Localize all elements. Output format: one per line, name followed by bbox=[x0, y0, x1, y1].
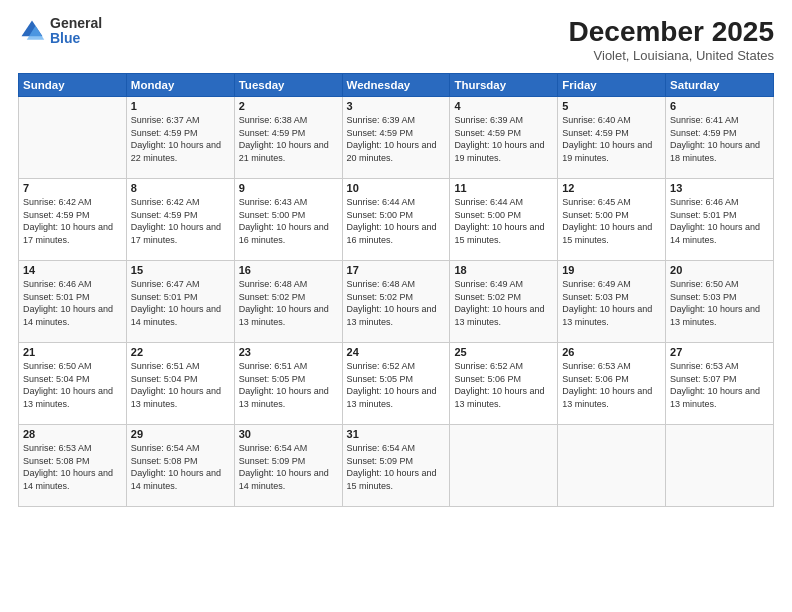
calendar-cell bbox=[666, 425, 774, 507]
calendar-cell: 10Sunrise: 6:44 AMSunset: 5:00 PMDayligh… bbox=[342, 179, 450, 261]
calendar-cell: 30Sunrise: 6:54 AMSunset: 5:09 PMDayligh… bbox=[234, 425, 342, 507]
day-info: Sunrise: 6:39 AMSunset: 4:59 PMDaylight:… bbox=[347, 114, 446, 164]
day-number: 27 bbox=[670, 346, 769, 358]
calendar-cell: 28Sunrise: 6:53 AMSunset: 5:08 PMDayligh… bbox=[19, 425, 127, 507]
day-info: Sunrise: 6:53 AMSunset: 5:08 PMDaylight:… bbox=[23, 442, 122, 492]
day-info: Sunrise: 6:54 AMSunset: 5:09 PMDaylight:… bbox=[347, 442, 446, 492]
day-info: Sunrise: 6:51 AMSunset: 5:04 PMDaylight:… bbox=[131, 360, 230, 410]
calendar-cell: 27Sunrise: 6:53 AMSunset: 5:07 PMDayligh… bbox=[666, 343, 774, 425]
calendar-cell: 5Sunrise: 6:40 AMSunset: 4:59 PMDaylight… bbox=[558, 97, 666, 179]
day-info: Sunrise: 6:42 AMSunset: 4:59 PMDaylight:… bbox=[23, 196, 122, 246]
calendar-week-3: 14Sunrise: 6:46 AMSunset: 5:01 PMDayligh… bbox=[19, 261, 774, 343]
day-number: 24 bbox=[347, 346, 446, 358]
col-thursday: Thursday bbox=[450, 74, 558, 97]
day-info: Sunrise: 6:47 AMSunset: 5:01 PMDaylight:… bbox=[131, 278, 230, 328]
calendar-week-5: 28Sunrise: 6:53 AMSunset: 5:08 PMDayligh… bbox=[19, 425, 774, 507]
col-sunday: Sunday bbox=[19, 74, 127, 97]
col-friday: Friday bbox=[558, 74, 666, 97]
day-number: 28 bbox=[23, 428, 122, 440]
day-number: 14 bbox=[23, 264, 122, 276]
calendar-cell: 11Sunrise: 6:44 AMSunset: 5:00 PMDayligh… bbox=[450, 179, 558, 261]
day-number: 7 bbox=[23, 182, 122, 194]
calendar-title: December 2025 bbox=[569, 16, 774, 48]
day-info: Sunrise: 6:49 AMSunset: 5:02 PMDaylight:… bbox=[454, 278, 553, 328]
day-number: 16 bbox=[239, 264, 338, 276]
day-info: Sunrise: 6:37 AMSunset: 4:59 PMDaylight:… bbox=[131, 114, 230, 164]
logo-text: General Blue bbox=[50, 16, 102, 47]
calendar-cell: 9Sunrise: 6:43 AMSunset: 5:00 PMDaylight… bbox=[234, 179, 342, 261]
calendar-cell: 1Sunrise: 6:37 AMSunset: 4:59 PMDaylight… bbox=[126, 97, 234, 179]
day-number: 17 bbox=[347, 264, 446, 276]
day-number: 26 bbox=[562, 346, 661, 358]
calendar-cell: 16Sunrise: 6:48 AMSunset: 5:02 PMDayligh… bbox=[234, 261, 342, 343]
day-info: Sunrise: 6:46 AMSunset: 5:01 PMDaylight:… bbox=[23, 278, 122, 328]
day-info: Sunrise: 6:42 AMSunset: 4:59 PMDaylight:… bbox=[131, 196, 230, 246]
calendar-cell: 17Sunrise: 6:48 AMSunset: 5:02 PMDayligh… bbox=[342, 261, 450, 343]
day-info: Sunrise: 6:44 AMSunset: 5:00 PMDaylight:… bbox=[347, 196, 446, 246]
day-info: Sunrise: 6:41 AMSunset: 4:59 PMDaylight:… bbox=[670, 114, 769, 164]
day-number: 23 bbox=[239, 346, 338, 358]
calendar-week-4: 21Sunrise: 6:50 AMSunset: 5:04 PMDayligh… bbox=[19, 343, 774, 425]
calendar-subtitle: Violet, Louisiana, United States bbox=[569, 48, 774, 63]
calendar-cell: 22Sunrise: 6:51 AMSunset: 5:04 PMDayligh… bbox=[126, 343, 234, 425]
day-number: 11 bbox=[454, 182, 553, 194]
calendar-cell: 21Sunrise: 6:50 AMSunset: 5:04 PMDayligh… bbox=[19, 343, 127, 425]
day-number: 12 bbox=[562, 182, 661, 194]
day-info: Sunrise: 6:48 AMSunset: 5:02 PMDaylight:… bbox=[239, 278, 338, 328]
day-number: 25 bbox=[454, 346, 553, 358]
calendar-cell: 31Sunrise: 6:54 AMSunset: 5:09 PMDayligh… bbox=[342, 425, 450, 507]
day-number: 20 bbox=[670, 264, 769, 276]
day-number: 15 bbox=[131, 264, 230, 276]
calendar-cell bbox=[450, 425, 558, 507]
header-row: Sunday Monday Tuesday Wednesday Thursday… bbox=[19, 74, 774, 97]
calendar-cell: 20Sunrise: 6:50 AMSunset: 5:03 PMDayligh… bbox=[666, 261, 774, 343]
day-number: 19 bbox=[562, 264, 661, 276]
day-number: 1 bbox=[131, 100, 230, 112]
day-number: 31 bbox=[347, 428, 446, 440]
day-number: 6 bbox=[670, 100, 769, 112]
col-monday: Monday bbox=[126, 74, 234, 97]
day-info: Sunrise: 6:49 AMSunset: 5:03 PMDaylight:… bbox=[562, 278, 661, 328]
day-info: Sunrise: 6:48 AMSunset: 5:02 PMDaylight:… bbox=[347, 278, 446, 328]
day-number: 5 bbox=[562, 100, 661, 112]
day-number: 3 bbox=[347, 100, 446, 112]
calendar-cell: 4Sunrise: 6:39 AMSunset: 4:59 PMDaylight… bbox=[450, 97, 558, 179]
calendar-cell: 8Sunrise: 6:42 AMSunset: 4:59 PMDaylight… bbox=[126, 179, 234, 261]
calendar-cell: 25Sunrise: 6:52 AMSunset: 5:06 PMDayligh… bbox=[450, 343, 558, 425]
col-tuesday: Tuesday bbox=[234, 74, 342, 97]
calendar-cell: 6Sunrise: 6:41 AMSunset: 4:59 PMDaylight… bbox=[666, 97, 774, 179]
title-section: December 2025 Violet, Louisiana, United … bbox=[569, 16, 774, 63]
day-info: Sunrise: 6:54 AMSunset: 5:08 PMDaylight:… bbox=[131, 442, 230, 492]
col-saturday: Saturday bbox=[666, 74, 774, 97]
day-info: Sunrise: 6:50 AMSunset: 5:04 PMDaylight:… bbox=[23, 360, 122, 410]
day-number: 2 bbox=[239, 100, 338, 112]
day-number: 4 bbox=[454, 100, 553, 112]
day-info: Sunrise: 6:54 AMSunset: 5:09 PMDaylight:… bbox=[239, 442, 338, 492]
calendar-table: Sunday Monday Tuesday Wednesday Thursday… bbox=[18, 73, 774, 507]
day-info: Sunrise: 6:44 AMSunset: 5:00 PMDaylight:… bbox=[454, 196, 553, 246]
calendar-cell: 12Sunrise: 6:45 AMSunset: 5:00 PMDayligh… bbox=[558, 179, 666, 261]
day-info: Sunrise: 6:53 AMSunset: 5:06 PMDaylight:… bbox=[562, 360, 661, 410]
day-info: Sunrise: 6:43 AMSunset: 5:00 PMDaylight:… bbox=[239, 196, 338, 246]
day-number: 29 bbox=[131, 428, 230, 440]
calendar-cell: 18Sunrise: 6:49 AMSunset: 5:02 PMDayligh… bbox=[450, 261, 558, 343]
day-info: Sunrise: 6:39 AMSunset: 4:59 PMDaylight:… bbox=[454, 114, 553, 164]
calendar-cell bbox=[558, 425, 666, 507]
day-info: Sunrise: 6:50 AMSunset: 5:03 PMDaylight:… bbox=[670, 278, 769, 328]
day-number: 9 bbox=[239, 182, 338, 194]
calendar-cell: 24Sunrise: 6:52 AMSunset: 5:05 PMDayligh… bbox=[342, 343, 450, 425]
day-info: Sunrise: 6:40 AMSunset: 4:59 PMDaylight:… bbox=[562, 114, 661, 164]
calendar-cell: 7Sunrise: 6:42 AMSunset: 4:59 PMDaylight… bbox=[19, 179, 127, 261]
day-number: 10 bbox=[347, 182, 446, 194]
page: General Blue December 2025 Violet, Louis… bbox=[0, 0, 792, 612]
calendar-cell: 23Sunrise: 6:51 AMSunset: 5:05 PMDayligh… bbox=[234, 343, 342, 425]
calendar-cell bbox=[19, 97, 127, 179]
day-number: 30 bbox=[239, 428, 338, 440]
calendar-cell: 14Sunrise: 6:46 AMSunset: 5:01 PMDayligh… bbox=[19, 261, 127, 343]
day-info: Sunrise: 6:46 AMSunset: 5:01 PMDaylight:… bbox=[670, 196, 769, 246]
day-info: Sunrise: 6:51 AMSunset: 5:05 PMDaylight:… bbox=[239, 360, 338, 410]
day-number: 8 bbox=[131, 182, 230, 194]
calendar-cell: 19Sunrise: 6:49 AMSunset: 5:03 PMDayligh… bbox=[558, 261, 666, 343]
day-number: 13 bbox=[670, 182, 769, 194]
calendar-cell: 13Sunrise: 6:46 AMSunset: 5:01 PMDayligh… bbox=[666, 179, 774, 261]
